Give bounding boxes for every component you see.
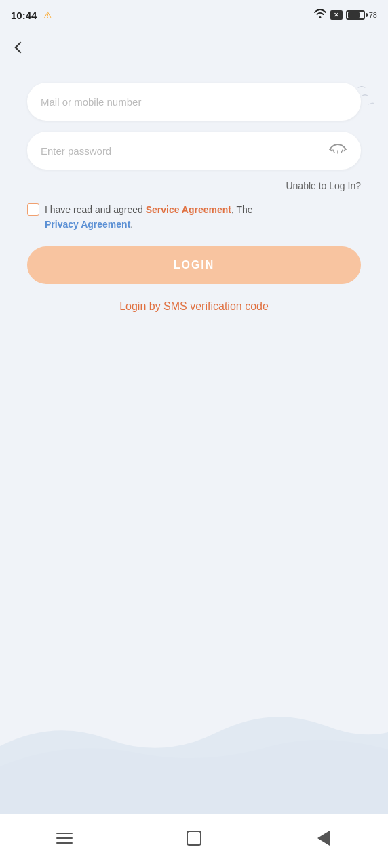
square-nav-icon	[187, 831, 201, 846]
triangle-nav-icon	[317, 831, 330, 846]
back-button[interactable]	[5, 33, 35, 62]
hamburger-icon	[56, 833, 73, 844]
agreement-text: I have read and agreed Service Agreement…	[45, 202, 253, 233]
email-input-wrapper	[27, 83, 361, 121]
warning-icon: ⚠	[43, 9, 52, 20]
main-content: Unable to Log In? I have read and agreed…	[0, 83, 388, 313]
password-input[interactable]	[41, 145, 328, 157]
email-input[interactable]	[41, 96, 347, 108]
status-icons: ✕ 78	[313, 9, 377, 21]
battery-icon: 78	[346, 10, 377, 20]
wave-decoration-2	[0, 678, 388, 814]
wifi-icon	[313, 9, 327, 21]
status-time: 10:44	[11, 9, 37, 21]
menu-nav-button[interactable]	[51, 825, 78, 852]
sms-login-link[interactable]: Login by SMS verification code	[27, 300, 361, 313]
forgot-row: Unable to Log In?	[27, 180, 361, 191]
back-arrow-icon	[15, 42, 26, 54]
status-bar: 10:44 ⚠ ✕ 78	[0, 0, 388, 30]
agreement-prefix: I have read and agreed	[45, 204, 146, 215]
agreement-row: I have read and agreed Service Agreement…	[27, 202, 361, 233]
password-input-wrapper	[27, 132, 361, 170]
agreement-period: .	[130, 219, 133, 230]
signal-x-icon: ✕	[330, 10, 343, 20]
agreement-checkbox[interactable]	[27, 203, 39, 216]
eye-toggle-icon[interactable]	[328, 143, 347, 159]
privacy-agreement-link[interactable]: Privacy Agreement	[45, 219, 130, 230]
forgot-link[interactable]: Unable to Log In?	[286, 180, 361, 191]
home-nav-button[interactable]	[180, 825, 208, 852]
login-button[interactable]: LOGIN	[27, 246, 361, 284]
service-agreement-link[interactable]: Service Agreement	[146, 204, 231, 215]
back-nav-button[interactable]	[310, 825, 337, 852]
agreement-comma: , The	[231, 204, 253, 215]
bottom-nav	[0, 814, 388, 868]
